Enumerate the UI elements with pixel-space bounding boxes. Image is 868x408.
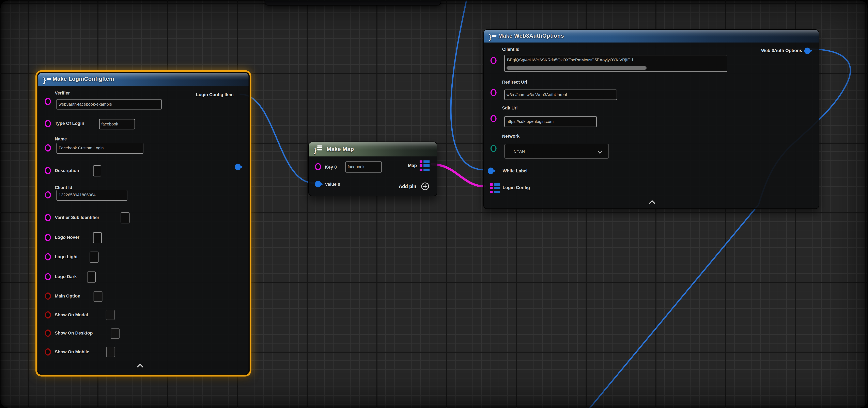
pin-label-show-on-modal: Show On Modal: [55, 312, 88, 317]
pin-show-on-modal[interactable]: [45, 311, 51, 318]
pin-sdk-url[interactable]: [491, 115, 497, 122]
screen: } Make LoginConfigItem Login Config Item…: [0, 0, 868, 408]
pin-label-show-on-mobile: Show On Mobile: [55, 349, 89, 354]
pin-label-client-id: Client Id: [502, 47, 520, 52]
pin-white-label[interactable]: [488, 168, 494, 174]
pin-logo-dark[interactable]: [45, 273, 51, 280]
network-dropdown-value: CYAN: [514, 149, 525, 153]
field-redirect-url[interactable]: w3a://com.w3a.Web3AuthUnreal: [504, 90, 617, 100]
node-title: Make Map: [327, 146, 354, 152]
node-title: Make Web3AuthOptions: [498, 33, 564, 39]
offscreen-node-bottom[interactable]: [265, 1, 441, 6]
make-map-icon: }: [314, 145, 322, 154]
pin-label-verifier: Verifier: [55, 91, 70, 96]
pin-login-config-item-output[interactable]: [235, 164, 241, 170]
node-header[interactable]: } Make Map: [309, 142, 437, 157]
pin-label-white-label: White Label: [503, 169, 528, 174]
pin-label-logo-hover: Logo Hover: [55, 235, 79, 240]
pin-label-key-0: Key 0: [325, 165, 337, 170]
node-header[interactable]: } Make LoginConfigItem: [38, 73, 249, 86]
checkbox-main-option[interactable]: [94, 292, 102, 302]
output-pin-label: Map: [408, 163, 417, 168]
pin-redirect-url[interactable]: [491, 89, 497, 96]
make-struct-icon: }: [43, 75, 51, 83]
make-struct-icon: }: [489, 32, 496, 40]
field-key-0[interactable]: facebook: [345, 162, 382, 173]
pin-show-on-mobile[interactable]: [45, 348, 51, 355]
pin-label-name: Name: [55, 137, 67, 142]
field-type-of-login[interactable]: facebook: [99, 119, 135, 129]
checkbox-show-on-desktop[interactable]: [111, 329, 120, 339]
pin-label-description: Description: [55, 168, 79, 173]
add-pin-label[interactable]: Add pin: [399, 183, 416, 189]
field-verifier-sub-identifier[interactable]: [121, 212, 130, 224]
pin-value-0[interactable]: [315, 181, 321, 188]
pin-web3auth-options-output[interactable]: [804, 47, 810, 54]
pin-type-of-login[interactable]: [45, 120, 51, 127]
output-pin-label: Login Config Item: [196, 92, 234, 97]
field-name[interactable]: Facebook Custom Login: [57, 143, 144, 154]
field-logo-light[interactable]: [90, 251, 99, 263]
field-verifier[interactable]: web3auth-facebook-example: [57, 99, 162, 109]
pin-label-logo-light: Logo Light: [55, 254, 78, 260]
pin-label-redirect-url: Redirect Url: [502, 79, 527, 84]
pin-label-verifier-sub-identifier: Verifier Sub Identifier: [55, 215, 99, 220]
pin-description[interactable]: [45, 167, 51, 174]
pin-label-login-config: Login Config: [503, 185, 530, 190]
field-description[interactable]: [93, 165, 101, 176]
checkbox-show-on-modal[interactable]: [106, 310, 115, 320]
pin-show-on-desktop[interactable]: [45, 330, 51, 337]
node-title: Make LoginConfigItem: [53, 76, 114, 82]
field-sdk-url[interactable]: https://sdk.openlogin.com: [504, 116, 597, 127]
pin-network[interactable]: [491, 145, 497, 152]
pin-verifier[interactable]: [45, 98, 51, 105]
checkbox-show-on-mobile[interactable]: [106, 347, 115, 357]
pin-label-value-0: Value 0: [325, 182, 340, 187]
field-client-id-scrollbar[interactable]: [506, 66, 647, 70]
pin-map-output[interactable]: [420, 160, 430, 171]
pin-label-network: Network: [502, 134, 520, 139]
pin-label-sdk-url: Sdk Url: [502, 106, 518, 111]
pin-login-config[interactable]: [490, 183, 500, 193]
chevron-down-icon: [597, 150, 602, 154]
field-client-id[interactable]: BEglQSgt4cUWcj6SKRdu5QkOXTsePmMcusG5EAoy…: [504, 55, 727, 72]
pin-logo-light[interactable]: [45, 253, 51, 261]
field-client-id[interactable]: 1222658941886084: [57, 190, 127, 201]
collapse-chevron-up-icon[interactable]: [649, 200, 655, 204]
network-dropdown[interactable]: CYAN: [504, 144, 609, 159]
node-make-loginconfigitem[interactable]: } Make LoginConfigItem Login Config Item…: [38, 72, 249, 374]
pin-client-id[interactable]: [491, 57, 497, 64]
add-pin-icon[interactable]: [421, 182, 430, 191]
pin-client-id[interactable]: [45, 191, 51, 199]
output-pin-label: Web 3Auth Options: [761, 48, 802, 53]
pin-name[interactable]: [45, 144, 51, 151]
node-make-map[interactable]: } Make Map Key 0 facebook Value 0 Map Ad…: [308, 141, 437, 196]
pin-label-main-option: Main Option: [55, 294, 80, 299]
pin-logo-hover[interactable]: [45, 234, 51, 241]
pin-verifier-sub-identifier[interactable]: [45, 214, 51, 221]
blueprint-canvas[interactable]: } Make LoginConfigItem Login Config Item…: [1, 1, 867, 408]
node-header[interactable]: } Make Web3AuthOptions: [484, 30, 819, 43]
pin-main-option[interactable]: [45, 293, 51, 300]
node-make-web3authoptions[interactable]: } Make Web3AuthOptions Web 3Auth Options…: [483, 29, 819, 209]
pin-key-0[interactable]: [315, 163, 321, 170]
collapse-chevron-up-icon[interactable]: [137, 364, 144, 368]
pin-label-logo-dark: Logo Dark: [55, 274, 76, 279]
field-logo-dark[interactable]: [87, 271, 96, 282]
field-logo-hover[interactable]: [93, 232, 102, 243]
pin-label-show-on-desktop: Show On Desktop: [55, 331, 93, 336]
pin-label-type-of-login: Type Of Login: [55, 121, 84, 126]
